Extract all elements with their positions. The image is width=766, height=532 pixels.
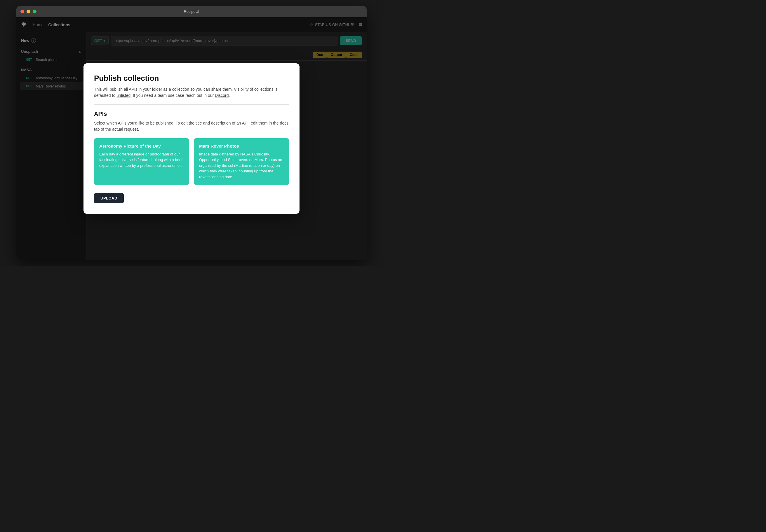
- publish-modal: Publish collection This will publish all…: [83, 63, 300, 214]
- title-bar: RecipeUI: [16, 6, 367, 17]
- modal-overlay: Publish collection This will publish all…: [16, 17, 367, 260]
- api-card-rover[interactable]: Mars Rover Photos Image data gathered by…: [194, 138, 289, 185]
- apis-section-title: APIs: [94, 111, 289, 117]
- apis-section-desc: Select which APIs you'd like to be publi…: [94, 120, 289, 132]
- api-card-desc: Each day a different image or photograph…: [99, 151, 184, 169]
- api-card-title: Mars Rover Photos: [199, 143, 284, 148]
- upload-button[interactable]: UPLOAD: [94, 193, 124, 203]
- modal-desc-end: .: [229, 93, 230, 98]
- modal-description: This will publish all APIs in your folde…: [94, 86, 289, 99]
- unlisted-link[interactable]: unlisted: [116, 93, 130, 98]
- modal-desc-suffix: . If you need a team use case reach out …: [130, 93, 215, 98]
- app-window: RecipeUI 🌩 Home Collections ☆ STAR US ON…: [16, 6, 367, 260]
- modal-title: Publish collection: [94, 74, 289, 83]
- api-card-apod[interactable]: Astronomy Picture of the Day Each day a …: [94, 138, 189, 185]
- api-cards: Astronomy Picture of the Day Each day a …: [94, 138, 289, 185]
- api-card-desc: Image data gathered by NASA's Curiosity,…: [199, 151, 284, 180]
- close-button[interactable]: [20, 10, 24, 13]
- maximize-button[interactable]: [33, 10, 36, 13]
- api-card-title: Astronomy Picture of the Day: [99, 143, 184, 148]
- traffic-lights: [20, 10, 36, 13]
- window-title: RecipeUI: [183, 9, 199, 14]
- discord-link[interactable]: Discord: [215, 93, 229, 98]
- minimize-button[interactable]: [27, 10, 30, 13]
- modal-divider: [94, 104, 289, 105]
